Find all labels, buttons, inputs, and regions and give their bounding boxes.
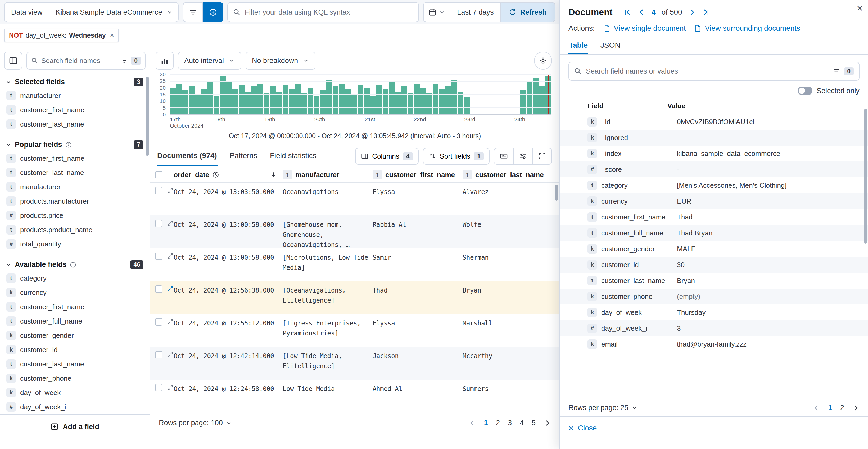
field-filter-icon[interactable] [121, 57, 128, 64]
filter-pill[interactable]: NOT day_of_week: Wednesday × [4, 29, 119, 42]
add-filter-button[interactable] [203, 2, 223, 22]
field-list-item[interactable]: t customer_first_name [4, 300, 145, 314]
flyout-field-row[interactable]: t customer_last_name Bryan [560, 273, 868, 289]
page-number-4[interactable]: 4 [520, 419, 524, 427]
expand-row-icon[interactable] [167, 318, 174, 325]
table-row[interactable]: Oct 24, 2024 @ 12:56:38.000 [Oceanavigat… [150, 281, 559, 314]
expand-row-icon[interactable] [167, 286, 174, 292]
field-list-item[interactable]: # total_quantity [4, 237, 145, 251]
section-header[interactable]: Selected fields 3 [4, 76, 145, 88]
flyout-field-row[interactable]: k day_of_week Thursday [560, 304, 868, 320]
page-number-1[interactable]: 1 [828, 404, 832, 412]
table-row[interactable]: Oct 24, 2024 @ 13:00:58.000 [Microlution… [150, 248, 559, 281]
flyout-field-row[interactable]: t customer_full_name Thad Bryan [560, 225, 868, 241]
expand-row-icon[interactable] [167, 351, 174, 358]
flyout-field-row[interactable]: t category [Men's Accessories, Men's Clo… [560, 177, 868, 193]
flyout-field-row[interactable]: k customer_id 30 [560, 257, 868, 273]
flyout-scrollbar[interactable] [864, 109, 867, 244]
rows-per-page-button[interactable]: Rows per page: 100 [159, 419, 232, 427]
histogram-plot[interactable] [170, 74, 551, 115]
field-list-item[interactable]: t customer_full_name [4, 314, 145, 328]
selected-only-toggle[interactable] [798, 87, 812, 95]
field-list-item[interactable]: k customer_id [4, 342, 145, 357]
prev-doc-button[interactable] [638, 8, 646, 16]
section-header[interactable]: Available fields 46 [4, 258, 145, 271]
page-number-3[interactable]: 3 [508, 419, 512, 427]
row-checkbox[interactable] [155, 351, 162, 358]
field-list-item[interactable]: # day_of_week_i [4, 400, 145, 414]
flyout-rows-per-page-button[interactable]: Rows per page: 25 [568, 404, 638, 412]
tab-table[interactable]: Table [568, 38, 588, 54]
refresh-button[interactable]: Refresh [500, 3, 555, 22]
field-list-item[interactable]: t products.product_name [4, 223, 145, 237]
table-row[interactable]: Oct 24, 2024 @ 12:55:12.000 [Tigress Ent… [150, 314, 559, 347]
table-row[interactable]: Oct 24, 2024 @ 12:24:58.000 Low Tide Med… [150, 380, 559, 412]
next-doc-button[interactable] [688, 8, 696, 16]
interval-select[interactable]: Auto interval [178, 52, 241, 70]
column-header-customer-first-name[interactable]: t customer_first_name [373, 170, 463, 179]
expand-row-icon[interactable] [167, 187, 174, 194]
kql-search-input[interactable] [245, 8, 413, 17]
flyout-field-row[interactable]: # _score - [560, 161, 868, 177]
row-checkbox[interactable] [155, 220, 162, 227]
field-list-item[interactable]: k day_of_week [4, 386, 145, 400]
column-header-manufacturer[interactable]: t manufacturer [283, 170, 373, 179]
field-list-item[interactable]: t customer_last_name [4, 357, 145, 371]
sort-desc-icon[interactable] [270, 171, 277, 178]
field-list-item[interactable]: t products.manufacturer [4, 194, 145, 208]
expand-row-icon[interactable] [167, 384, 174, 391]
field-list-item[interactable]: t customer_last_name [4, 117, 145, 131]
flyout-field-row[interactable]: k _ignored - [560, 130, 868, 146]
page-number-2[interactable]: 2 [840, 404, 844, 412]
select-all-checkbox[interactable] [155, 171, 162, 178]
kql-search-bar[interactable] [227, 2, 419, 22]
time-range-button[interactable]: Last 7 days [450, 3, 500, 22]
flyout-search-input[interactable] [586, 67, 829, 76]
row-checkbox[interactable] [155, 318, 162, 326]
flyout-close-icon[interactable]: × [857, 3, 863, 13]
row-checkbox[interactable] [155, 252, 162, 260]
field-list-item[interactable]: t customer_last_name [4, 166, 145, 180]
field-list-item[interactable]: t customer_first_name [4, 103, 145, 117]
fullscreen-button[interactable] [532, 148, 552, 164]
field-list-item[interactable]: # products.price [4, 208, 145, 223]
tab-documents[interactable]: Documents (974) [157, 147, 218, 166]
keyboard-shortcuts-button[interactable] [494, 148, 514, 164]
data-view-picker[interactable]: Kibana Sample Data eCommerce [50, 2, 179, 22]
tab-json[interactable]: JSON [600, 38, 621, 54]
flyout-field-row[interactable]: k _index kibana_sample_data_ecommerce [560, 146, 868, 161]
last-doc-button[interactable] [702, 8, 710, 16]
field-list-item[interactable]: k customer_gender [4, 328, 145, 342]
flyout-field-row[interactable]: t customer_first_name Thad [560, 209, 868, 225]
field-list-item[interactable]: t customer_first_name [4, 151, 145, 166]
view-surrounding-documents-link[interactable]: View surrounding documents [694, 24, 800, 33]
collapse-sidebar-button[interactable] [4, 52, 22, 70]
field-list-item[interactable]: t category [4, 271, 145, 286]
add-field-button[interactable]: Add a field [4, 418, 146, 435]
flyout-field-row[interactable]: # day_of_week_i 3 [560, 320, 868, 336]
grid-scrollbar[interactable] [555, 185, 558, 201]
page-number-1[interactable]: 1 [484, 419, 488, 427]
view-single-document-link[interactable]: View single document [603, 24, 686, 33]
flyout-field-row[interactable]: k email thad@bryan-family.zzz [560, 336, 868, 352]
prev-page-button[interactable] [469, 419, 476, 427]
flyout-field-row[interactable]: k currency EUR [560, 193, 868, 209]
section-header[interactable]: Popular fields 7 [4, 138, 145, 151]
field-search-input[interactable] [41, 57, 118, 65]
expand-row-icon[interactable] [167, 220, 174, 227]
date-picker-menu-button[interactable] [424, 3, 450, 22]
field-list-item[interactable]: t manufacturer [4, 180, 145, 194]
row-checkbox[interactable] [155, 187, 162, 194]
table-row[interactable]: Oct 24, 2024 @ 13:00:58.000 [Gnomehouse … [150, 215, 559, 248]
columns-button[interactable]: Columns 4 [355, 148, 418, 165]
page-number-5[interactable]: 5 [532, 419, 536, 427]
page-number-2[interactable]: 2 [496, 419, 500, 427]
field-list-item[interactable]: t manufacturer [4, 88, 145, 103]
first-doc-button[interactable] [624, 8, 632, 16]
sidebar-scrollbar[interactable] [146, 77, 149, 156]
tab-field-statistics[interactable]: Field statistics [270, 147, 317, 166]
remove-filter-icon[interactable]: × [110, 31, 114, 39]
table-row[interactable]: Oct 24, 2024 @ 12:42:14.000 [Low Tide Me… [150, 347, 559, 380]
column-header-order-date[interactable]: order_date [174, 171, 283, 179]
expand-row-icon[interactable] [167, 252, 174, 260]
